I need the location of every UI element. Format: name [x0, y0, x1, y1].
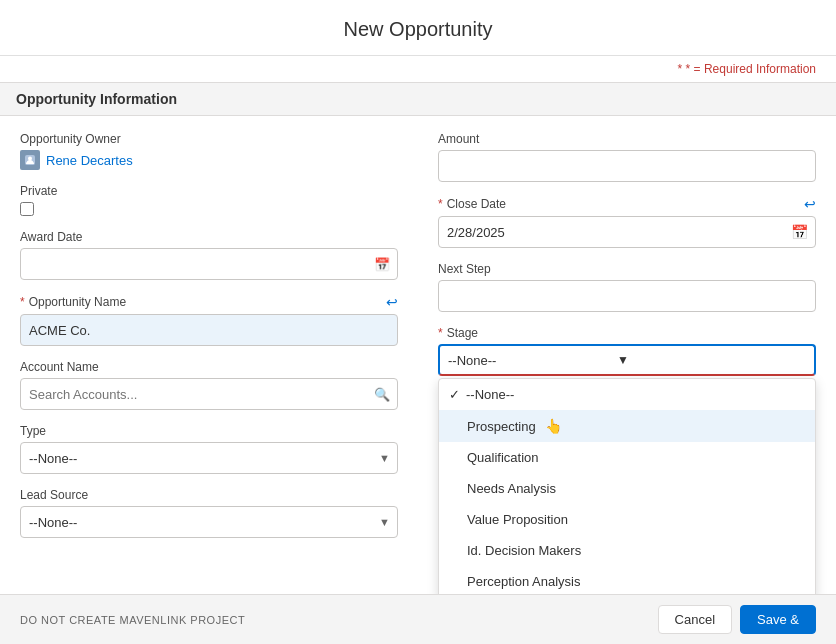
right-column: Amount * Close Date ↩ 📅 Next Step	[438, 132, 816, 552]
stage-field-wrapper: --None-- ▼ --None-- Prospecting 👆 Qualif…	[438, 344, 816, 376]
owner-row: Rene Decartes	[20, 150, 398, 170]
stage-option-qualification[interactable]: Qualification	[439, 442, 815, 473]
award-date-input-wrapper: 📅	[20, 248, 398, 280]
stage-option-none[interactable]: --None--	[439, 379, 815, 410]
stage-dropdown-arrow: ▼	[617, 353, 786, 367]
stage-select-display[interactable]: --None-- ▼	[438, 344, 816, 376]
private-field: Private	[20, 184, 398, 216]
amount-input[interactable]	[438, 150, 816, 182]
form-container: Opportunity Information Opportunity Owne…	[0, 82, 836, 628]
stage-label: * Stage	[438, 326, 816, 340]
close-date-input[interactable]	[438, 216, 816, 248]
form-body: Opportunity Owner Rene Decartes Private	[0, 116, 836, 568]
stage-selected-value: --None--	[448, 353, 617, 368]
stage-option-perception-analysis[interactable]: Perception Analysis	[439, 566, 815, 597]
account-name-field: Account Name 🔍	[20, 360, 398, 410]
owner-name[interactable]: Rene Decartes	[46, 153, 133, 168]
close-date-label: * Close Date ↩	[438, 196, 816, 212]
page-title: New Opportunity	[0, 0, 836, 56]
lead-source-label: Lead Source	[20, 488, 398, 502]
required-note: * * = Required Information	[0, 56, 836, 82]
left-column: Opportunity Owner Rene Decartes Private	[20, 132, 398, 552]
account-name-input[interactable]	[20, 378, 398, 410]
award-date-field: Award Date 📅	[20, 230, 398, 280]
type-field: Type --None-- ▼	[20, 424, 398, 474]
reset-close-date-icon[interactable]: ↩	[804, 196, 816, 212]
required-star-name: *	[20, 295, 25, 309]
account-name-input-wrapper: 🔍	[20, 378, 398, 410]
next-step-label: Next Step	[438, 262, 816, 276]
required-star-date: *	[438, 197, 443, 211]
opportunity-name-input-wrapper	[20, 314, 398, 346]
stage-option-needs-analysis[interactable]: Needs Analysis	[439, 473, 815, 504]
opportunity-name-field: * Opportunity Name ↩	[20, 294, 398, 346]
stage-select-inner: --None-- ▼	[448, 353, 786, 368]
amount-field: Amount	[438, 132, 816, 182]
private-checkbox[interactable]	[20, 202, 34, 216]
lead-source-select[interactable]: --None--	[20, 506, 398, 538]
stage-option-value-proposition[interactable]: Value Proposition	[439, 504, 815, 535]
opportunity-owner-label: Opportunity Owner	[20, 132, 398, 146]
stage-option-id-decision-makers[interactable]: Id. Decision Makers	[439, 535, 815, 566]
footer-bar: DO NOT CREATE MAVENLINK PROJECT Cancel S…	[0, 594, 836, 628]
close-date-field: * Close Date ↩ 📅	[438, 196, 816, 248]
award-date-label: Award Date	[20, 230, 398, 244]
required-star-stage: *	[438, 326, 443, 340]
section-header: Opportunity Information	[0, 82, 836, 116]
next-step-input[interactable]	[438, 280, 816, 312]
stage-option-prospecting[interactable]: Prospecting 👆	[439, 410, 815, 442]
cursor-icon: 👆	[545, 418, 562, 434]
cancel-button[interactable]: Cancel	[658, 605, 732, 628]
account-name-label: Account Name	[20, 360, 398, 374]
award-date-input[interactable]	[20, 248, 398, 280]
save-button[interactable]: Save &	[740, 605, 816, 628]
type-select[interactable]: --None--	[20, 442, 398, 474]
type-label: Type	[20, 424, 398, 438]
opportunity-name-label: * Opportunity Name ↩	[20, 294, 398, 310]
required-star: *	[678, 62, 683, 76]
lead-source-select-wrapper: --None-- ▼	[20, 506, 398, 538]
footer-do-not-create: DO NOT CREATE MAVENLINK PROJECT	[20, 614, 245, 626]
opportunity-owner-field: Opportunity Owner Rene Decartes	[20, 132, 398, 170]
svg-point-1	[28, 157, 32, 161]
next-step-field: Next Step	[438, 262, 816, 312]
stage-dropdown: --None-- Prospecting 👆 Qualification Nee…	[438, 378, 816, 598]
reset-opportunity-name-icon[interactable]: ↩	[386, 294, 398, 310]
amount-label: Amount	[438, 132, 816, 146]
private-label: Private	[20, 184, 398, 198]
stage-field: * Stage --None-- ▼ --None-- Prospecting …	[438, 326, 816, 376]
private-checkbox-container	[20, 202, 398, 216]
type-select-wrapper: --None-- ▼	[20, 442, 398, 474]
close-date-input-wrapper: 📅	[438, 216, 816, 248]
opportunity-name-input[interactable]	[20, 314, 398, 346]
lead-source-field: Lead Source --None-- ▼	[20, 488, 398, 538]
owner-icon	[20, 150, 40, 170]
